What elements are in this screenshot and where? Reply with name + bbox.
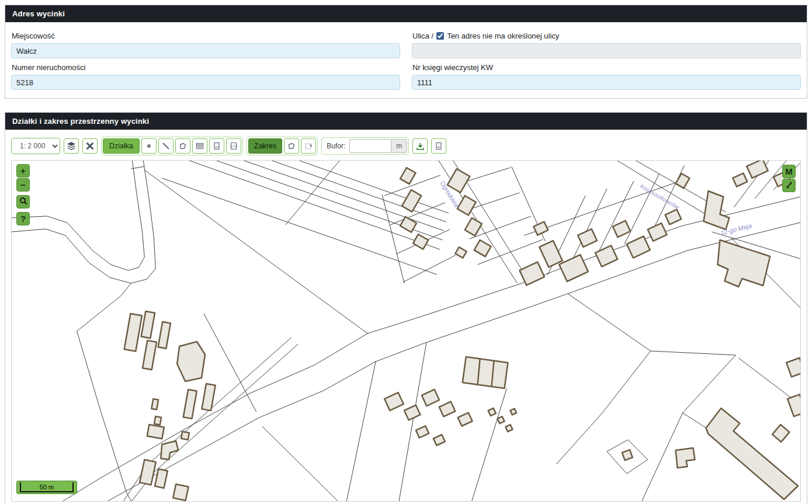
fullscreen-icon xyxy=(786,180,793,190)
select-extent-button[interactable] xyxy=(301,138,316,154)
point-icon xyxy=(145,142,153,150)
download-button[interactable] xyxy=(412,138,428,154)
table-tool-button[interactable] xyxy=(192,138,207,154)
buildings xyxy=(124,161,800,500)
zoom-in-button[interactable]: + xyxy=(16,164,30,178)
field-ulica: Ulica / Ten adres nie ma określonej ulic… xyxy=(412,29,801,58)
bufor-unit: m xyxy=(391,139,407,153)
scale-select[interactable]: 1: 2 000 xyxy=(11,138,60,154)
bufor-label: Bufor: xyxy=(327,142,345,150)
kw-label: Nr księgi wieczystej KW xyxy=(412,63,801,72)
miejscowosc-label: Miejscowość xyxy=(12,32,400,40)
field-kw: Nr księgi wieczystej KW xyxy=(412,61,801,90)
document-icon xyxy=(213,142,221,150)
miejscowosc-input[interactable] xyxy=(11,43,400,58)
point-tool-button[interactable] xyxy=(141,138,157,154)
download-icon xyxy=(416,142,425,151)
polygon-icon xyxy=(179,142,187,150)
map-panel: Działki i zakres przestrzenny wycinki 1:… xyxy=(5,112,807,504)
fullscreen-button[interactable] xyxy=(782,179,796,192)
report-button[interactable] xyxy=(431,138,446,154)
select-extent-icon xyxy=(304,142,313,151)
numer-input[interactable] xyxy=(11,75,400,90)
no-street-checkbox[interactable] xyxy=(436,32,444,40)
code-document-tool-button[interactable]: </> xyxy=(226,138,241,154)
map-toolbar: 1: 2 000 Działka xyxy=(11,137,807,155)
address-panel-title: Adres wycinki xyxy=(5,5,807,22)
address-panel: Adres wycinki Miejscowość Ulica / Ten ad… xyxy=(5,5,807,99)
magnifier-icon xyxy=(19,197,27,207)
zoom-out-button[interactable]: − xyxy=(16,178,30,192)
street-label-kosciuszkowcow: Kościuszkowców xyxy=(639,183,681,211)
scale-bar-label: 50 m xyxy=(20,482,74,492)
scale-bar: 50 m xyxy=(16,481,77,494)
measure-button[interactable]: M xyxy=(782,165,796,178)
numer-label: Numer nieruchomości xyxy=(12,63,400,72)
bufor-input[interactable] xyxy=(349,139,391,153)
code-document-icon: </> xyxy=(230,142,238,150)
help-button[interactable]: ? xyxy=(16,212,30,225)
layers-icon xyxy=(67,141,76,151)
kw-input[interactable] xyxy=(412,75,801,90)
map-panel-title: Działki i zakres przestrzenny wycinki xyxy=(5,113,807,130)
line-tool-button[interactable] xyxy=(158,138,173,154)
report-icon xyxy=(435,142,443,150)
no-street-checkbox-label: Ten adres nie ma określonej ulicy xyxy=(447,32,559,40)
clear-button[interactable] xyxy=(82,138,98,154)
layers-button[interactable] xyxy=(64,138,79,154)
table-icon xyxy=(196,142,204,150)
zakres-button[interactable]: Zakres xyxy=(248,138,282,154)
cadastral-map: Ogrodowa Kościuszkowców 12-go Maja xyxy=(12,161,800,501)
svg-text:</>: </> xyxy=(230,144,238,149)
zakres-group: Zakres xyxy=(247,137,318,155)
dzialka-button[interactable]: Działka xyxy=(103,138,140,154)
bufor-group: Bufor: m xyxy=(321,137,409,155)
line-icon xyxy=(162,142,170,150)
field-numer: Numer nieruchomości xyxy=(11,61,400,90)
map-canvas[interactable]: Ogrodowa Kościuszkowców 12-go Maja + − ?… xyxy=(11,160,801,502)
zoom-extent-button[interactable] xyxy=(16,195,30,208)
dzialka-group: Działka </> xyxy=(101,137,243,155)
ulica-input xyxy=(412,43,801,58)
field-miejscowosc: Miejscowość xyxy=(11,29,400,58)
polygon-tool-button[interactable] xyxy=(175,138,190,154)
document-tool-button[interactable] xyxy=(209,138,224,154)
extent-polygon-icon xyxy=(287,142,296,150)
extent-polygon-button[interactable] xyxy=(284,138,299,154)
ulica-label: Ulica / Ten adres nie ma określonej ulic… xyxy=(412,32,801,40)
clear-icon xyxy=(86,142,94,150)
page: Adres wycinki Miejscowość Ulica / Ten ad… xyxy=(0,0,812,504)
